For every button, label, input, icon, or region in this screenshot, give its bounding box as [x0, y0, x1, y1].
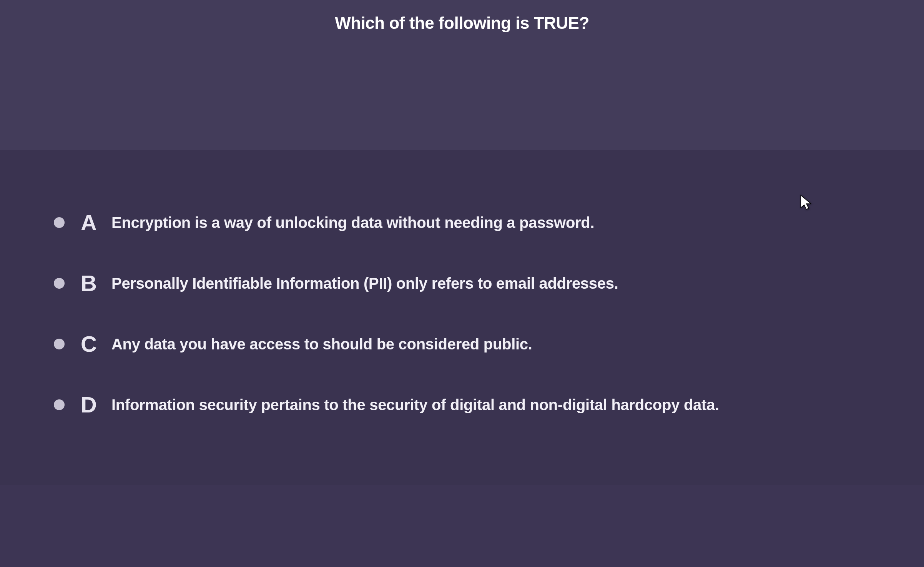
- option-d[interactable]: D Information security pertains to the s…: [54, 394, 870, 416]
- option-text: Encryption is a way of unlocking data wi…: [111, 213, 594, 232]
- option-c[interactable]: C Any data you have access to should be …: [54, 333, 870, 355]
- option-letter: C: [81, 333, 111, 355]
- option-a[interactable]: A Encryption is a way of unlocking data …: [54, 211, 870, 234]
- question-title: Which of the following is TRUE?: [335, 13, 589, 33]
- option-text: Any data you have access to should be co…: [111, 335, 532, 353]
- radio-icon: [54, 217, 65, 228]
- option-text: Information security pertains to the sec…: [111, 396, 719, 414]
- option-letter: B: [81, 272, 111, 294]
- question-header: Which of the following is TRUE?: [0, 0, 924, 150]
- radio-icon: [54, 278, 65, 289]
- option-text: Personally Identifiable Information (PII…: [111, 274, 618, 293]
- options-container: A Encryption is a way of unlocking data …: [0, 150, 924, 485]
- option-letter: A: [81, 211, 111, 234]
- radio-icon: [54, 339, 65, 349]
- radio-icon: [54, 399, 65, 410]
- option-b[interactable]: B Personally Identifiable Information (P…: [54, 272, 870, 294]
- option-letter: D: [81, 394, 111, 416]
